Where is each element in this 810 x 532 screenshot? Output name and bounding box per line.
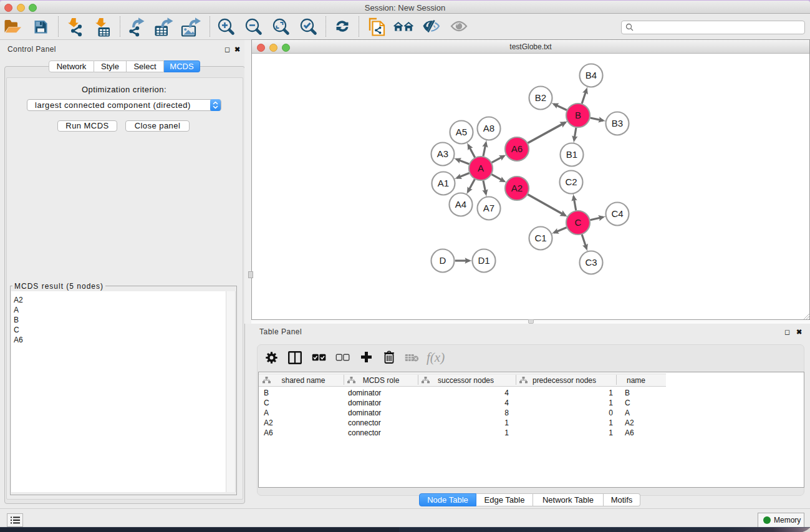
svg-text:A6: A6 bbox=[511, 143, 523, 154]
svg-text:A3: A3 bbox=[437, 148, 448, 159]
svg-text:C1: C1 bbox=[534, 233, 546, 243]
svg-text:C2: C2 bbox=[565, 177, 577, 187]
svg-text:C: C bbox=[575, 217, 582, 228]
svg-text:D: D bbox=[440, 255, 446, 266]
svg-text:B1: B1 bbox=[566, 149, 577, 160]
svg-text:B3: B3 bbox=[612, 118, 623, 128]
svg-text:A7: A7 bbox=[483, 203, 494, 213]
svg-text:B: B bbox=[575, 110, 581, 120]
svg-text:A2: A2 bbox=[511, 183, 523, 193]
svg-text:A4: A4 bbox=[455, 199, 466, 210]
svg-text:A: A bbox=[478, 163, 484, 173]
svg-text:C3: C3 bbox=[585, 257, 597, 268]
svg-text:A1: A1 bbox=[438, 178, 449, 188]
svg-text:A8: A8 bbox=[483, 123, 494, 133]
svg-text:C4: C4 bbox=[611, 208, 623, 219]
svg-text:D1: D1 bbox=[478, 255, 489, 266]
svg-text:B2: B2 bbox=[535, 92, 546, 103]
svg-text:B4: B4 bbox=[586, 70, 597, 80]
svg-text:A5: A5 bbox=[456, 127, 467, 137]
